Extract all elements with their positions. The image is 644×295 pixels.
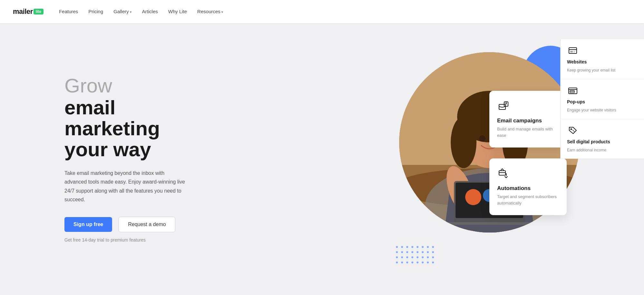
svg-rect-27 — [573, 51, 575, 52]
popups-title: Pop-ups — [567, 99, 585, 104]
popups-desc: Engage your website visitors — [567, 108, 616, 113]
automations-icon — [497, 167, 510, 182]
svg-point-6 — [451, 117, 476, 168]
trial-text: Get free 14-day trial to premium feature… — [64, 237, 200, 243]
hero-grow-label: Grow — [64, 76, 200, 96]
nav-links: Features Pricing Gallery Articles Why Li… — [59, 9, 223, 14]
hero-description: Take email marketing beyond the inbox wi… — [64, 169, 187, 204]
logo-mailer: mailer — [13, 7, 33, 16]
hero-title: email marketing your way — [64, 97, 200, 160]
email-campaigns-card: Email campaigns Build and manage emails … — [489, 91, 567, 148]
svg-point-33 — [571, 128, 572, 130]
hero-visual: Email campaigns Build and manage emails … — [380, 39, 644, 290]
svg-line-34 — [572, 130, 574, 132]
svg-point-21 — [505, 103, 507, 104]
nav-features[interactable]: Features — [59, 9, 78, 14]
email-campaigns-icon — [497, 100, 510, 114]
svg-rect-28 — [573, 52, 575, 52]
nav-gallery[interactable]: Gallery — [113, 9, 132, 14]
svg-rect-17 — [447, 222, 531, 225]
nav-why-lite[interactable]: Why Lite — [168, 9, 187, 14]
svg-rect-24 — [569, 48, 577, 53]
nav-pricing[interactable]: Pricing — [88, 9, 103, 14]
right-feature-cards: Websites Keep growing your email list Po… — [560, 39, 644, 159]
websites-desc: Keep growing your email list — [567, 68, 615, 73]
nav-articles[interactable]: Articles — [142, 9, 158, 14]
websites-card[interactable]: Websites Keep growing your email list — [561, 39, 644, 79]
nav-resources[interactable]: Resources — [197, 9, 223, 14]
logo-lite-badge: lite — [34, 9, 43, 14]
sell-digital-icon — [567, 125, 579, 137]
email-campaigns-desc: Build and manage emails with ease — [497, 126, 559, 138]
sell-digital-desc: Earn additional income — [567, 148, 606, 153]
svg-point-14 — [465, 189, 481, 205]
automations-title: Automations — [497, 185, 531, 192]
hero-title-line2: your way — [64, 138, 151, 160]
navigation: mailer lite Features Pricing Gallery Art… — [0, 0, 644, 23]
automations-desc: Target and segment subscribers automatic… — [497, 194, 559, 206]
svg-point-10 — [479, 135, 485, 142]
hero-content: Grow email marketing your way Take email… — [64, 76, 200, 243]
websites-icon — [567, 45, 579, 57]
sell-digital-card[interactable]: Sell digital products Earn additional in… — [561, 119, 644, 159]
logo[interactable]: mailer lite — [13, 7, 43, 16]
popups-icon — [567, 85, 579, 97]
email-campaigns-title: Email campaigns — [497, 118, 542, 124]
websites-title: Websites — [567, 59, 587, 64]
svg-rect-26 — [570, 51, 573, 52]
popups-card[interactable]: Pop-ups Engage your website visitors — [561, 79, 644, 119]
hero-title-line1: email marketing — [64, 96, 160, 139]
signup-button[interactable]: Sign up free — [64, 217, 112, 232]
hero-cta-buttons: Sign up free Request a demo — [64, 217, 200, 232]
automations-card: Automations Target and segment subscribe… — [489, 158, 567, 215]
sell-digital-title: Sell digital products — [567, 139, 610, 144]
decorative-dots — [396, 246, 435, 265]
demo-button[interactable]: Request a demo — [119, 217, 175, 232]
hero-section: Grow email marketing your way Take email… — [0, 23, 644, 295]
